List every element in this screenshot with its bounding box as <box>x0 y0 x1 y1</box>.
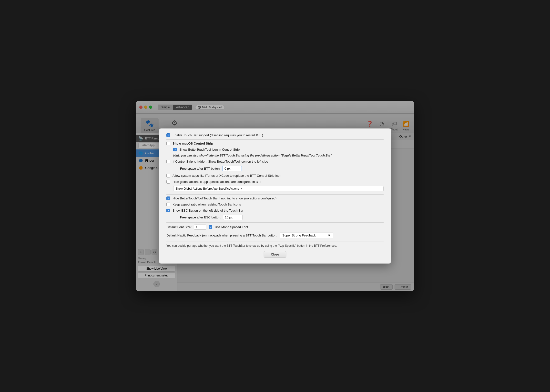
default-font-size-label: Default Font Size: <box>166 225 192 229</box>
global-actions-dropdown[interactable]: Show Global Actions Before App Specific … <box>173 186 384 191</box>
allow-system-apps-row: Allow system apps like iTunes or XCode t… <box>166 174 384 177</box>
show-esc-checkbox[interactable] <box>166 209 170 212</box>
haptic-dropdown-arrow-icon: ▼ <box>327 234 331 237</box>
divider-3 <box>166 222 384 223</box>
hide-global-actions-row: Hide global actions if app specific acti… <box>166 180 384 184</box>
font-size-input[interactable] <box>194 225 206 230</box>
modal-overlay: Enable Touch Bar support (disabling requ… <box>136 101 414 291</box>
free-space-esc-group: Free space after ESC button: <box>166 215 384 220</box>
show-macos-strip-row: Show macOS Control Strip <box>166 142 384 145</box>
free-space-btt-group: Free space after BTT button: <box>166 166 384 171</box>
show-btt-icon-row: Show BetterTouchTool Icon in Control Str… <box>166 148 384 151</box>
main-window: Simple Advanced ⏱ Trial: 24 days left 🐾 … <box>136 101 414 291</box>
show-btt-icon-label: Show BetterTouchTool Icon in Control Str… <box>179 148 384 151</box>
haptic-feedback-label: Default Haptic Feedback (on trackpad) wh… <box>166 234 277 237</box>
global-actions-dropdown-row: Show Global Actions Before App Specific … <box>166 186 384 191</box>
modal-dialog: Enable Touch Bar support (disabling requ… <box>159 128 391 264</box>
global-actions-dropdown-value: Show Global Actions Before App Specific … <box>175 187 239 190</box>
enable-touchbar-label: Enable Touch Bar support (disabling requ… <box>173 133 384 137</box>
hide-btt-touchbar-label: Hide BetterTouchTool Touch Bar if nothin… <box>173 196 384 200</box>
divider-1 <box>166 139 384 140</box>
keep-aspect-ratio-row: Keep aspect ratio when resizing Touch Ba… <box>166 203 384 206</box>
show-macos-strip-checkbox[interactable] <box>166 142 170 145</box>
haptic-feedback-dropdown[interactable]: Super Strong Feedback ▼ <box>280 233 333 238</box>
use-mono-font-label: Use Mono Spaced Font <box>215 225 248 229</box>
enable-touchbar-checkbox[interactable] <box>166 133 170 137</box>
divider-2 <box>166 194 384 195</box>
keep-aspect-ratio-checkbox[interactable] <box>166 203 170 206</box>
hide-global-actions-label: Hide global actions if app specific acti… <box>173 180 384 184</box>
if-control-strip-label: If Control Strip is hidden: Show BetterT… <box>173 160 384 163</box>
font-size-row: Default Font Size: Use Mono Spaced Font <box>166 225 384 230</box>
if-control-strip-checkbox[interactable] <box>166 160 170 163</box>
divider-4 <box>166 242 384 242</box>
hide-btt-touchbar-checkbox[interactable] <box>166 196 170 200</box>
free-space-esc-label: Free space after ESC button: <box>180 216 221 219</box>
show-macos-strip-label: Show macOS Control Strip <box>173 142 384 145</box>
use-mono-font-checkbox[interactable] <box>209 225 212 229</box>
free-space-esc-input[interactable] <box>223 215 243 220</box>
free-space-btt-input[interactable] <box>223 166 242 171</box>
if-control-strip-row: If Control Strip is hidden: Show BetterT… <box>166 160 384 163</box>
keep-aspect-ratio-label: Keep aspect ratio when resizing Touch Ba… <box>173 203 384 206</box>
haptic-feedback-value: Super Strong Feedback <box>282 234 316 237</box>
show-esc-row: Show ESC Button on the left side of the … <box>166 209 384 212</box>
hide-btt-touchbar-row: Hide BetterTouchTool Touch Bar if nothin… <box>166 196 384 200</box>
hint-text: Hint: you can also show/hide the BTT Tou… <box>166 154 384 157</box>
show-esc-label: Show ESC Button on the left side of the … <box>173 209 384 212</box>
dropdown-chevron-icon: ▼ <box>240 187 243 190</box>
free-space-btt-label: Free space after BTT button: <box>180 167 221 170</box>
allow-system-apps-label: Allow system apps like iTunes or XCode t… <box>173 174 384 177</box>
show-btt-icon-checkbox[interactable] <box>173 148 177 151</box>
enable-touchbar-row: Enable Touch Bar support (disabling requ… <box>166 133 384 137</box>
info-text: You can decide per-app whether you want … <box>166 244 384 248</box>
modal-close-button[interactable]: Close <box>264 251 286 258</box>
hide-global-actions-checkbox[interactable] <box>166 180 170 184</box>
haptic-feedback-row: Default Haptic Feedback (on trackpad) wh… <box>166 233 384 238</box>
allow-system-apps-checkbox[interactable] <box>166 174 170 177</box>
